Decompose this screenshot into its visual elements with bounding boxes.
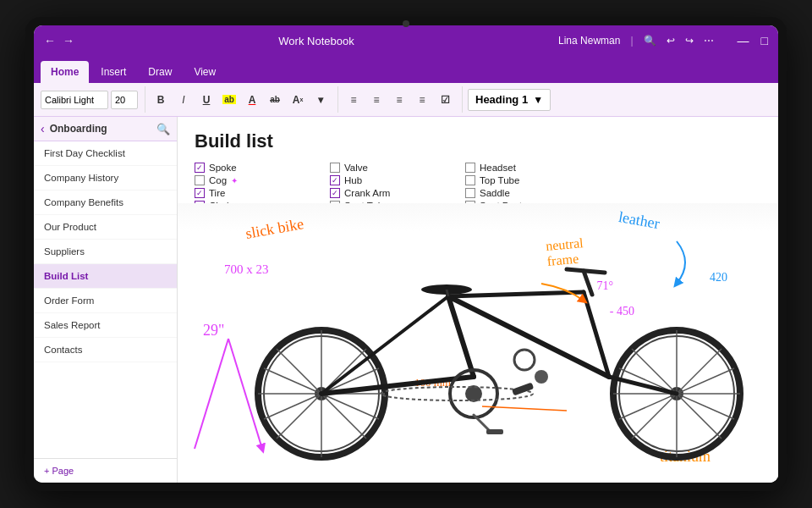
checkbox-spoke[interactable] <box>195 163 205 173</box>
note-content: Build list Spoke Cog ✦ <box>178 117 778 483</box>
list-item: Spoke <box>195 163 330 173</box>
user-name: Lina Newman <box>558 35 620 47</box>
bold-button[interactable]: B <box>151 91 171 109</box>
sidebar-header: ‹ Onboarding 🔍 <box>34 117 177 141</box>
back-button[interactable]: ← <box>44 34 56 47</box>
font-color-button[interactable]: A <box>242 91 262 109</box>
dropdown-arrow[interactable]: ▾ <box>310 91 331 109</box>
svg-point-32 <box>514 350 535 370</box>
strikethrough-button[interactable]: ab <box>265 91 285 109</box>
ribbon-tabs: Home Insert Draw View <box>34 56 778 83</box>
svg-line-26 <box>567 269 605 273</box>
style-selector-label: Heading 1 <box>475 93 528 106</box>
svg-point-31 <box>381 387 533 400</box>
list-item: Cog ✦ <box>195 175 330 185</box>
bicycle-area: slick bike 700 x 23 29" neutral frame le… <box>178 203 778 483</box>
highlight-button[interactable]: ab <box>219 91 239 109</box>
forward-button[interactable]: → <box>63 34 74 47</box>
more-icon[interactable]: ⋯ <box>704 35 714 47</box>
ribbon-content: B I U ab A ab Ax ▾ ≡ ≡ ≡ ≡ ☑ <box>34 83 778 117</box>
list-item: Crank Arm <box>330 188 465 198</box>
tablet-frame: ← → Work Notebook Lina Newman | 🔍 ↩ ↪ ⋯ … <box>25 17 787 491</box>
maximize-button[interactable]: □ <box>761 34 768 47</box>
minimize-button[interactable]: — <box>738 34 749 47</box>
title-bar: ← → Work Notebook Lina Newman | 🔍 ↩ ↪ ⋯ … <box>34 25 778 56</box>
sidebar-item-company-benefits[interactable]: Company Benefits <box>34 190 177 215</box>
style-selector[interactable]: Heading 1 ▼ <box>468 89 551 111</box>
sidebar-item-company-history[interactable]: Company History <box>34 166 177 190</box>
list-group: ≡ ≡ ≡ ≡ ☑ <box>343 86 463 113</box>
format-group: B I U ab A ab Ax ▾ <box>151 86 338 113</box>
tab-home[interactable]: Home <box>41 61 89 83</box>
list-item: Headset <box>465 163 617 173</box>
svg-rect-34 <box>512 382 534 395</box>
checkbox-valve[interactable] <box>330 163 340 173</box>
sidebar-item-first-day[interactable]: First Day Checklist <box>34 141 177 166</box>
list-item: Top Tube <box>465 175 617 185</box>
font-group <box>41 86 145 113</box>
underline-button[interactable]: U <box>196 91 217 109</box>
tab-insert[interactable]: Insert <box>91 61 136 83</box>
checkbox-headset[interactable] <box>465 163 475 173</box>
indent-dec-button[interactable]: ≡ <box>389 91 409 109</box>
bicycle-image <box>220 229 778 474</box>
redo-icon[interactable]: ↪ <box>685 35 694 47</box>
checkbox-tire[interactable] <box>195 188 205 198</box>
notebook-title: Work Notebook <box>278 35 354 47</box>
svg-point-33 <box>535 370 548 384</box>
list-item: Saddle <box>465 188 617 198</box>
note-area: Build list Spoke Cog ✦ <box>178 117 778 483</box>
sidebar-back-button[interactable]: ‹ <box>41 122 45 135</box>
list-item: Valve <box>330 163 465 173</box>
sidebar-item-build-list[interactable]: Build List <box>34 264 177 289</box>
title-bar-right: Lina Newman | 🔍 ↩ ↪ ⋯ — □ <box>558 34 768 47</box>
bullets-button[interactable]: ≡ <box>343 91 364 109</box>
sidebar-item-contacts[interactable]: Contacts <box>34 338 177 362</box>
numbering-button[interactable]: ≡ <box>366 91 387 109</box>
screen: ← → Work Notebook Lina Newman | 🔍 ↩ ↪ ⋯ … <box>34 25 778 483</box>
undo-icon[interactable]: ↩ <box>667 35 675 47</box>
divider: | <box>630 35 633 47</box>
search-icon[interactable]: 🔍 <box>644 35 656 47</box>
font-name-input[interactable] <box>41 91 108 109</box>
indent-inc-button[interactable]: ≡ <box>412 91 432 109</box>
sidebar-item-our-product[interactable]: Our Product <box>34 215 177 240</box>
sidebar-item-order-form[interactable]: Order Form <box>34 289 177 313</box>
font-size-input[interactable] <box>111 91 138 109</box>
title-bar-left: ← → <box>44 34 74 47</box>
camera <box>403 20 409 27</box>
list-item: Tire <box>195 188 330 198</box>
main-content: ‹ Onboarding 🔍 First Day Checklist Compa… <box>34 117 778 483</box>
superscript-button[interactable]: Ax <box>288 91 308 109</box>
checkbox-cog[interactable] <box>195 175 205 185</box>
star-pink-icon: ✦ <box>231 176 238 185</box>
tab-view[interactable]: View <box>184 61 226 83</box>
style-dropdown-arrow: ▼ <box>533 94 543 106</box>
sidebar-section-title: Onboarding <box>50 123 107 135</box>
style-group: Heading 1 ▼ <box>468 86 557 113</box>
svg-rect-36 <box>486 429 503 434</box>
checkbox-hub[interactable] <box>330 175 340 185</box>
tab-draw[interactable]: Draw <box>138 61 182 83</box>
window-controls: — □ <box>738 34 768 47</box>
todo-button[interactable]: ☑ <box>435 91 455 109</box>
checkbox-top-tube[interactable] <box>465 175 475 185</box>
sidebar-header-left: ‹ Onboarding <box>41 122 107 135</box>
italic-button[interactable]: I <box>173 91 194 109</box>
svg-line-28 <box>447 290 448 296</box>
sidebar-item-sales-report[interactable]: Sales Report <box>34 313 177 338</box>
add-page-button[interactable]: + Page <box>34 458 177 483</box>
checkbox-crank-arm[interactable] <box>330 188 340 198</box>
sidebar-item-suppliers[interactable]: Suppliers <box>34 240 177 264</box>
list-item: Hub <box>330 175 465 185</box>
svg-line-20 <box>448 292 584 296</box>
sidebar: ‹ Onboarding 🔍 First Day Checklist Compa… <box>34 117 178 483</box>
sidebar-search-button[interactable]: 🔍 <box>156 123 170 135</box>
note-title: Build list <box>195 130 761 152</box>
checkbox-saddle[interactable] <box>465 188 475 198</box>
